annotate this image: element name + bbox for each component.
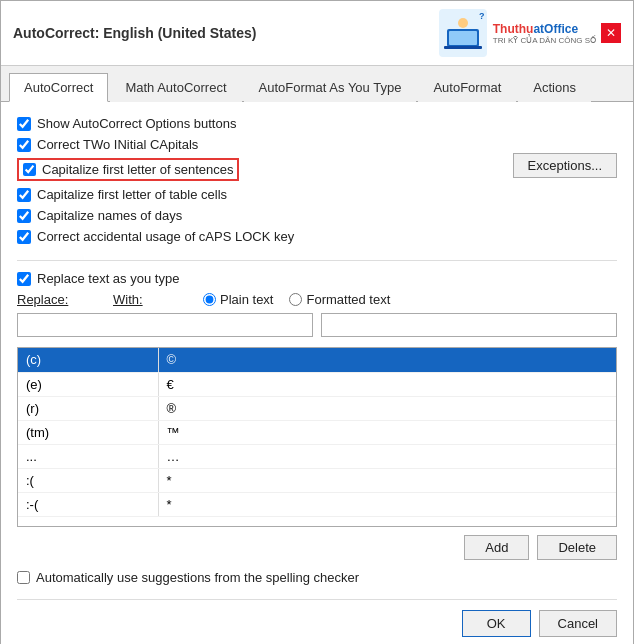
replace-table-container[interactable]: (c)©(e)€(r)®(tm)™...…:(*:-(*	[17, 347, 617, 527]
with-cell: €	[158, 372, 616, 396]
tab-content: Show AutoCorrect Options buttons Correct…	[1, 102, 633, 644]
ok-button[interactable]: OK	[462, 610, 531, 637]
checkbox-row-6: Correct accidental usage of cAPS LOCK ke…	[17, 229, 294, 244]
replace-table: (c)©(e)€(r)®(tm)™...…:(*:-(*	[18, 348, 616, 517]
replace-label: Replace:	[17, 292, 97, 307]
tab-math-autocorrect[interactable]: Math AutoCorrect	[110, 73, 241, 102]
table-row[interactable]: (e)€	[18, 372, 616, 396]
with-label: With:	[113, 292, 193, 307]
title-bar-left: AutoCorrect: English (United States)	[13, 25, 256, 41]
svg-point-4	[458, 18, 468, 28]
remaining-checkboxes: Capitalize first letter of table cells C…	[17, 187, 294, 250]
title-bar: AutoCorrect: English (United States) ?	[1, 1, 633, 66]
table-row[interactable]: (r)®	[18, 396, 616, 420]
show-autocorrect-checkbox[interactable]	[17, 117, 31, 131]
suggestions-row: Automatically use suggestions from the s…	[17, 570, 617, 585]
formatted-text-option[interactable]: Formatted text	[289, 292, 390, 307]
with-cell: …	[158, 444, 616, 468]
replace-text-label: Replace text as you type	[37, 271, 179, 286]
capitalize-sentences-label: Capitalize first letter of sentences	[42, 162, 233, 177]
brand-slogan: TRI KỸ CỦA DÂN CÔNG SỐ	[493, 36, 596, 45]
exceptions-section: Exceptions...	[513, 153, 617, 178]
capitalize-table-checkbox[interactable]	[17, 188, 31, 202]
formatted-text-label: Formatted text	[306, 292, 390, 307]
plain-text-option[interactable]: Plain text	[203, 292, 273, 307]
dialog-title: AutoCorrect: English (United States)	[13, 25, 256, 41]
checkbox-row-5: Capitalize names of days	[17, 208, 294, 223]
capitalize-table-label: Capitalize first letter of table cells	[37, 187, 227, 202]
add-delete-row: Add Delete	[17, 535, 617, 560]
title-bar-right: ? ThuthuatOffice TRI KỸ CỦA DÂN CÔNG SỐ …	[439, 9, 621, 57]
replace-cell: (e)	[18, 372, 158, 396]
checkboxes-and-exceptions: Capitalize first letter of table cells C…	[17, 187, 617, 250]
correct-caps-lock-label: Correct accidental usage of cAPS LOCK ke…	[37, 229, 294, 244]
close-button[interactable]: ✕	[601, 23, 621, 43]
tab-autoformat[interactable]: AutoFormat	[418, 73, 516, 102]
replace-text-checkbox[interactable]	[17, 272, 31, 286]
exceptions-button[interactable]: Exceptions...	[513, 153, 617, 178]
svg-rect-3	[444, 46, 482, 49]
checkbox-row-4: Capitalize first letter of table cells	[17, 187, 294, 202]
table-row[interactable]: :-(*	[18, 492, 616, 516]
replace-table-wrapper: (c)©(e)€(r)®(tm)™...…:(*:-(*	[17, 347, 617, 527]
suggestions-label: Automatically use suggestions from the s…	[36, 570, 359, 585]
replace-input[interactable]	[17, 313, 313, 337]
replace-labels-row: Replace: With: Plain text Formatted text	[17, 292, 617, 307]
brand-name: ThuthuatOffice	[493, 22, 596, 36]
with-cell: ®	[158, 396, 616, 420]
table-row[interactable]: (c)©	[18, 348, 616, 372]
formatted-text-radio[interactable]	[289, 293, 302, 306]
tabs-bar: AutoCorrect Math AutoCorrect AutoFormat …	[1, 66, 633, 102]
brand-logo: ? ThuthuatOffice TRI KỸ CỦA DÂN CÔNG SỐ	[439, 9, 596, 57]
replace-checkbox-row: Replace text as you type	[17, 271, 617, 286]
capitalize-days-checkbox[interactable]	[17, 209, 31, 223]
tab-actions[interactable]: Actions	[518, 73, 591, 102]
replace-cell: ...	[18, 444, 158, 468]
brand-text: ThuthuatOffice TRI KỸ CỦA DÂN CÔNG SỐ	[493, 22, 596, 45]
suggestions-checkbox[interactable]	[17, 571, 30, 584]
replace-cell: (c)	[18, 348, 158, 372]
brand-avatar-icon: ?	[439, 9, 487, 57]
checkbox-row-1: Show AutoCorrect Options buttons	[17, 116, 617, 131]
correct-two-initial-label: Correct TWo INitial CApitals	[37, 137, 198, 152]
divider-1	[17, 260, 617, 261]
table-row[interactable]: ...…	[18, 444, 616, 468]
svg-text:?: ?	[479, 11, 485, 21]
capitalize-sentences-checkbox[interactable]	[23, 163, 36, 176]
with-col: With: Plain text Formatted text	[113, 292, 390, 307]
with-cell: *	[158, 492, 616, 516]
autocorrect-dialog: AutoCorrect: English (United States) ?	[0, 0, 634, 644]
replace-section: Replace text as you type Replace: With: …	[17, 271, 617, 585]
with-cell: ©	[158, 348, 616, 372]
replace-inputs-row	[17, 313, 617, 337]
text-format-radio-group: Plain text Formatted text	[203, 292, 390, 307]
bottom-buttons: OK Cancel	[17, 599, 617, 637]
table-row[interactable]: (tm)™	[18, 420, 616, 444]
with-cell: ™	[158, 420, 616, 444]
checkbox-row-2: Correct TWo INitial CApitals	[17, 137, 617, 152]
table-row[interactable]: :(*	[18, 468, 616, 492]
replace-cell: (tm)	[18, 420, 158, 444]
correct-two-initial-checkbox[interactable]	[17, 138, 31, 152]
replace-cell: (r)	[18, 396, 158, 420]
svg-rect-2	[449, 31, 477, 45]
plain-text-radio[interactable]	[203, 293, 216, 306]
plain-text-label: Plain text	[220, 292, 273, 307]
add-button[interactable]: Add	[464, 535, 529, 560]
correct-caps-lock-checkbox[interactable]	[17, 230, 31, 244]
capitalize-sentences-row: Capitalize first letter of sentences	[17, 158, 239, 181]
with-cell: *	[158, 468, 616, 492]
show-autocorrect-label: Show AutoCorrect Options buttons	[37, 116, 236, 131]
replace-cell: :(	[18, 468, 158, 492]
tab-autoformat-as-you-type[interactable]: AutoFormat As You Type	[244, 73, 417, 102]
with-input[interactable]	[321, 313, 617, 337]
cancel-button[interactable]: Cancel	[539, 610, 617, 637]
replace-cell: :-(	[18, 492, 158, 516]
tab-autocorrect[interactable]: AutoCorrect	[9, 73, 108, 102]
delete-button[interactable]: Delete	[537, 535, 617, 560]
checkboxes-section: Show AutoCorrect Options buttons Correct…	[17, 116, 617, 250]
capitalize-days-label: Capitalize names of days	[37, 208, 182, 223]
